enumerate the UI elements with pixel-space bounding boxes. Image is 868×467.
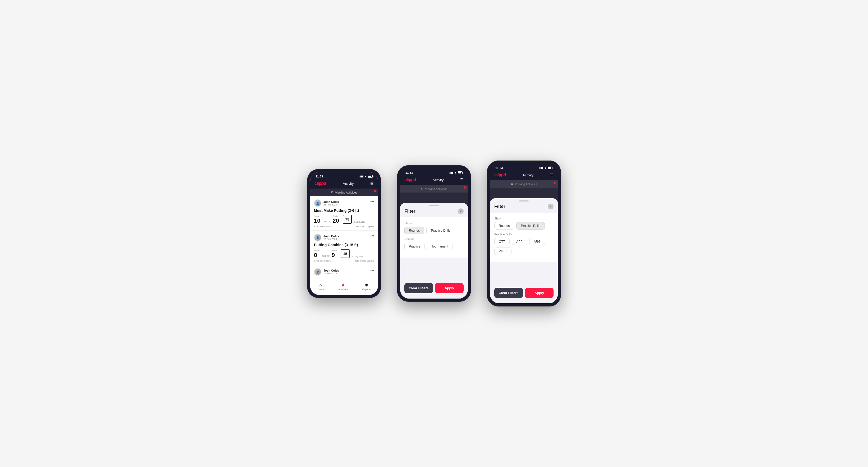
clear-filters-btn-3[interactable]: Clear Filters [494,288,523,298]
phone-3: 11:33 ▮▮▮ ▲ clippd Activity ☰ ⚙ Viewing … [487,160,561,307]
status-icons: ▮▮▮ ▲ [360,175,373,178]
avatar-img-3: 👤 [314,269,321,275]
more-icon-2[interactable]: ••• [370,234,374,238]
modal-close-3[interactable]: ✕ [548,204,554,210]
hamburger-icon-2[interactable]: ☰ [460,178,464,182]
tournament-btn-2[interactable]: Tournament [427,243,453,250]
header-title-3: Activity [523,173,533,177]
shot-quality-badge-1: 75 [343,215,352,224]
show-label-3: Show [494,217,554,220]
filter-modal-3: Filter ✕ Show Rounds Practice Drills Pra… [490,198,558,303]
sq-label-group-1: Shot Quality [353,221,365,224]
rounds-btn-3[interactable]: Rounds [494,222,514,229]
hamburger-icon[interactable]: ☰ [370,181,374,186]
activity-title-1: Must Make Putting (3-6 ft) [314,208,374,213]
modal-footer-2: Clear Filters Apply [400,281,468,299]
avatar-img-2: 👤 [314,234,321,241]
rounds-btn-2[interactable]: Rounds [404,227,424,234]
modal-spacer-2 [400,260,468,281]
avatar-img-1: 👤 [314,200,321,206]
apply-btn-2[interactable]: Apply [435,283,464,293]
shots-value-2: 9 [332,252,337,258]
modal-title-2: Filter [404,209,415,214]
header-title-2: Activity [433,178,443,182]
filter-icon-2: ⚙ [421,187,424,190]
info-icon-2: ℹ [314,260,315,262]
score-label-2: Score [314,249,319,252]
putt-btn-3[interactable]: PUTT [494,248,512,255]
avatar-1: 👤 [314,199,321,207]
avatar-2: 👤 [314,234,321,241]
card-header-2: 👤 Josh Coles 28 Feb 2023 ••• [314,234,374,241]
status-icons-2: ▮▮▮ ▲ [450,172,463,174]
sq-label-1: Shot Quality [353,221,365,223]
viewing-dot-3 [554,182,556,184]
phone-3-screen: 11:33 ▮▮▮ ▲ clippd Activity ☰ ⚙ Viewing … [490,164,558,303]
card-header-1: 👤 Josh Coles 28 Feb 2023 ••• [314,199,374,207]
out-of-1: OUT OF [322,221,330,223]
card-header-3: 👤 Josh Coles 28 Feb 2023 ••• [314,268,374,276]
modal-header-3: Filter ✕ [490,203,558,213]
shot-quality-value-2: 45 [343,252,347,256]
practice-btn-2[interactable]: Practice [404,243,425,250]
viewing-activities-bar[interactable]: ⚙ Viewing Activities [310,189,378,196]
wifi-icon-2: ▲ [454,172,457,174]
more-icon-3[interactable]: ••• [370,268,374,272]
signal-icon-3: ▮▮▮ [539,166,543,169]
score-group-2: Score 0 [314,249,319,258]
user-details-3: Josh Coles 28 Feb 2023 [323,269,339,275]
home-label: Home [317,288,324,291]
modal-footer-3: Clear Filters Apply [490,286,558,303]
info-icon-1: ℹ [314,225,315,228]
nav-capture[interactable]: ⊕ Capture [362,282,371,291]
more-icon-1[interactable]: ••• [370,199,374,204]
sq-label-group-2: Shot Quality [351,255,363,258]
user-info-1: 👤 Josh Coles 28 Feb 2023 [314,199,339,207]
shot-quality-value-1: 75 [345,217,349,221]
shots-group-1: Shots 20 [333,215,339,224]
time-2: 11:33 [405,171,413,174]
bottom-nav: ⌂ Home ♟ Activities ⊕ Capture [310,280,378,295]
clear-filters-btn-2[interactable]: Clear Filters [404,283,433,293]
sq-label-2: Shot Quality [351,255,363,257]
handle-bar-3 [519,200,529,201]
filter-icon-3: ⚙ [511,182,513,186]
practice-drills-section-3: Practice Drills OTT APP ARG PUTT [494,233,554,255]
app-btn-3[interactable]: APP [512,238,527,245]
logo: clippd [314,181,326,186]
shots-label-1: Shots [333,215,339,217]
activities-icon: ♟ [341,282,345,287]
user-name-3: Josh Coles [323,269,339,272]
viewing-dot [374,190,376,192]
logo-3: clippd [494,173,506,178]
viewing-bar-2: ⚙ Viewing Activities [400,185,468,192]
user-details-2: Josh Coles 28 Feb 2023 [323,235,339,240]
arg-btn-3[interactable]: ARG [529,238,545,245]
nav-activities[interactable]: ♟ Activities [338,282,348,291]
practice-drills-btn-2[interactable]: Practice Drills [426,227,455,234]
practice-drills-btn-3[interactable]: Practice Drills [516,222,545,229]
capture-label: Capture [362,288,371,291]
activity-card-3: 👤 Josh Coles 28 Feb 2023 ••• [310,265,378,280]
modal-content-2: Show Rounds Practice Drills Rounds Pract… [400,217,468,257]
score-value-1: 10 [314,218,320,224]
practice-drills-section-label-3: Practice Drills [494,233,554,236]
ott-btn-3[interactable]: OTT [494,238,509,245]
capture-icon: ⊕ [365,282,368,287]
drill-buttons-3: OTT APP ARG PUTT [494,238,554,255]
avatar-3: 👤 [314,268,321,276]
rounds-buttons-2: Practice Tournament [404,243,464,250]
hamburger-icon-3[interactable]: ☰ [550,173,554,177]
apply-btn-3[interactable]: Apply [525,288,554,298]
phone-2: 11:33 ▮▮▮ ▲ clippd Activity ☰ ⚙ Viewing … [397,165,471,302]
viewing-bar-3: ⚙ Viewing Activities [490,180,558,188]
score-label-1: Score [314,215,320,217]
modal-close-2[interactable]: ✕ [458,208,464,214]
viewing-activities-label: Viewing Activities [335,191,357,194]
nav-home[interactable]: ⌂ Home [317,283,324,291]
notch [330,172,359,180]
scene: 11:33 ▮▮▮ ▲ clippd Activity ☰ ⚙ Viewing … [291,145,577,322]
activity-card-2: 👤 Josh Coles 28 Feb 2023 ••• Putting Com… [310,230,378,265]
shots-group-2: Shots 9 [332,249,337,258]
phone-2-screen: 11:33 ▮▮▮ ▲ clippd Activity ☰ ⚙ Viewing … [400,168,468,299]
